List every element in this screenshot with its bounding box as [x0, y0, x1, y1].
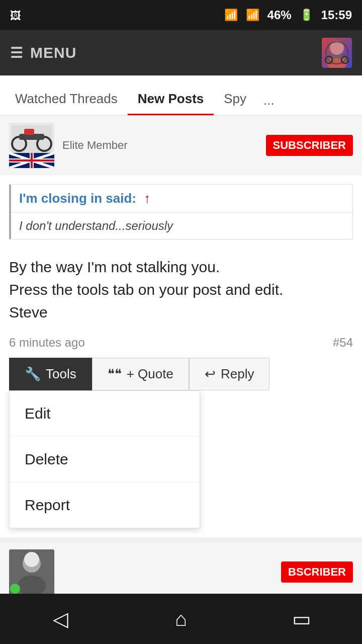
bottom-nav: ◁ ⌂ ▭	[0, 594, 362, 644]
back-icon: ◁	[53, 607, 68, 630]
recents-icon: ▭	[292, 607, 311, 630]
tab-spy[interactable]: Spy	[214, 84, 256, 115]
nav-avatar-image	[322, 38, 352, 68]
hamburger-icon: ☰	[10, 45, 23, 61]
dropdown-delete[interactable]: Delete	[10, 437, 200, 482]
post-body-text-1: By the way I'm not stalking you. Press t…	[9, 249, 353, 331]
post-footer-1: 6 minutes ago #54	[9, 331, 353, 353]
battery-icon: 🔋	[300, 9, 313, 22]
menu-button[interactable]: ☰ MENU	[10, 44, 76, 61]
subscriber-badge-2: BSCRIBER	[281, 561, 353, 583]
quote-block: I'm closing in said: ↑ I don't understan…	[9, 184, 353, 239]
subscriber-badge-1: SUBSCRIBER	[266, 135, 353, 156]
status-bar-left-icons: 🖼	[10, 7, 21, 23]
wrench-icon: 🔧	[25, 366, 41, 382]
home-button[interactable]: ⌂	[161, 599, 201, 639]
reply-icon: ↩	[205, 366, 216, 382]
post-timestamp-1: 6 minutes ago	[9, 336, 85, 350]
menu-label: MENU	[30, 44, 76, 61]
svg-point-22	[24, 552, 39, 567]
status-bar: 🖼 📶 📶 46% 🔋 15:59	[0, 0, 362, 30]
post-username-2	[62, 571, 273, 587]
recents-button[interactable]: ▭	[282, 599, 322, 639]
post-avatar-1	[9, 123, 54, 168]
clock: 15:59	[321, 8, 352, 22]
post-card-1: Elite Member SUBSCRIBER I'm closing in s…	[0, 116, 362, 537]
photo-icon: 🖼	[10, 10, 21, 22]
back-button[interactable]: ◁	[40, 599, 80, 639]
quote-arrow-icon: ↑	[144, 191, 150, 206]
battery-level: 46%	[267, 8, 292, 22]
tools-button[interactable]: 🔧 Tools	[9, 358, 92, 390]
quote-icon: ❝❝	[108, 366, 122, 382]
post-user-info-1: Elite Member	[62, 139, 258, 152]
quote-header: I'm closing in said: ↑	[11, 185, 352, 213]
online-indicator	[10, 584, 20, 594]
signal-icon: 📶	[246, 9, 259, 22]
dropdown-edit[interactable]: Edit	[10, 391, 200, 437]
content-area: Elite Member SUBSCRIBER I'm closing in s…	[0, 116, 362, 644]
moto-avatar-image	[9, 123, 54, 168]
reply-button[interactable]: ↩ Reply	[189, 358, 269, 390]
quote-body: I don't understand...seriously	[11, 213, 352, 239]
home-icon: ⌂	[175, 608, 187, 630]
tools-dropdown-menu: Edit Delete Report	[9, 390, 200, 528]
dropdown-report[interactable]: Report	[10, 482, 200, 528]
tabs-bar: Watched Threads New Posts Spy ...	[0, 75, 362, 116]
nav-bar: ☰ MENU	[0, 30, 362, 75]
avatar-wrapper-2	[9, 549, 54, 595]
tab-new-posts[interactable]: New Posts	[128, 84, 214, 115]
user-avatar-button[interactable]	[322, 38, 352, 68]
svg-rect-18	[24, 129, 34, 135]
quote-button[interactable]: ❝❝ + Quote	[92, 358, 189, 390]
post-user-role-1: Elite Member	[62, 139, 258, 152]
post-header-2: BSCRIBER	[0, 542, 362, 602]
action-buttons-1: 🔧 Tools ❝❝ + Quote ↩ Reply	[9, 358, 353, 390]
quote-author: I'm closing in said:	[19, 191, 136, 206]
tab-watched-threads[interactable]: Watched Threads	[5, 84, 128, 115]
post-number-1: #54	[333, 336, 353, 350]
wifi-icon: 📶	[224, 9, 238, 22]
post-user-role-2	[62, 557, 273, 571]
tab-more[interactable]: ...	[256, 86, 282, 115]
post-user-info-2	[62, 557, 273, 587]
post-header-1: Elite Member SUBSCRIBER	[0, 116, 362, 175]
